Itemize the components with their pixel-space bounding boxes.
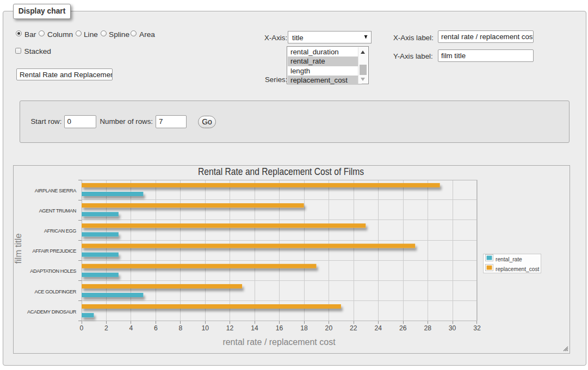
svg-text:ADAPTATION HOLES: ADAPTATION HOLES	[30, 268, 76, 274]
svg-text:rental rate / replacement cost: rental rate / replacement cost	[222, 337, 336, 347]
svg-text:28: 28	[424, 324, 431, 332]
svg-text:26: 26	[399, 324, 407, 332]
svg-text:32: 32	[473, 324, 481, 332]
svg-text:10: 10	[201, 324, 209, 332]
svg-text:22: 22	[350, 324, 357, 332]
svg-text:12: 12	[226, 324, 234, 332]
svg-text:replacement_cost: replacement_cost	[496, 266, 540, 272]
svg-text:AFFAIR PREJUDICE: AFFAIR PREJUDICE	[33, 248, 77, 254]
svg-text:AIRPLANE SIERRA: AIRPLANE SIERRA	[35, 188, 77, 193]
svg-text:30: 30	[449, 324, 456, 332]
svg-text:8: 8	[178, 324, 182, 332]
svg-text:rental_rate: rental_rate	[496, 256, 522, 262]
svg-text:24: 24	[375, 324, 382, 332]
svg-text:film title: film title	[13, 234, 23, 264]
svg-text:20: 20	[325, 324, 333, 332]
svg-text:ACE GOLDFINGER: ACE GOLDFINGER	[34, 289, 76, 294]
svg-text:0: 0	[80, 324, 84, 332]
svg-text:4: 4	[129, 324, 133, 332]
svg-text:AGENT TRUMAN: AGENT TRUMAN	[39, 208, 76, 214]
svg-text:14: 14	[251, 324, 258, 332]
svg-text:AFRICAN EGG: AFRICAN EGG	[44, 228, 76, 234]
svg-text:18: 18	[300, 324, 308, 332]
svg-text:2: 2	[104, 324, 108, 332]
svg-text:ACADEMY DINOSAUR: ACADEMY DINOSAUR	[27, 309, 77, 315]
svg-text:6: 6	[154, 324, 158, 332]
svg-text:16: 16	[276, 324, 283, 332]
svg-text:Rental Rate and Replacement Co: Rental Rate and Replacement Cost of Film…	[198, 166, 364, 177]
